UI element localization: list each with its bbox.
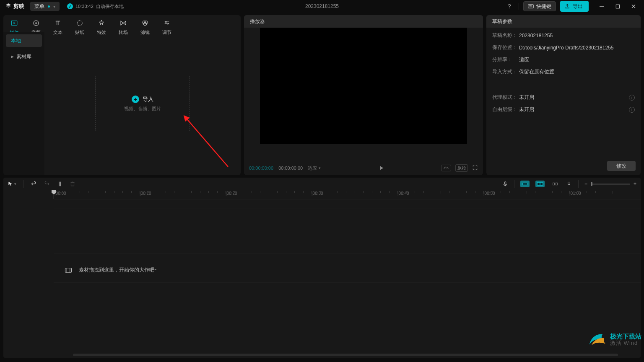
zoom-handle[interactable] [591, 182, 592, 186]
sidebar-library-label: 素材库 [16, 53, 31, 60]
shortcut-button[interactable]: 快捷键 [523, 1, 556, 11]
app-name: 剪映 [13, 3, 24, 10]
compare-icon[interactable] [441, 165, 451, 171]
play-button[interactable] [326, 165, 436, 171]
split-button[interactable] [57, 181, 63, 187]
autosave-text: 自动保存本地 [96, 3, 124, 10]
transition-icon [119, 19, 127, 27]
ruler-tick [208, 191, 209, 193]
fullscreen-icon[interactable] [472, 165, 478, 171]
ruler-mark: |00:20 [226, 191, 237, 196]
ruler-mark: |00:00 [55, 191, 66, 196]
undo-button[interactable] [30, 181, 37, 187]
zoom-track[interactable] [591, 184, 630, 185]
ratio-label: 适应 [308, 165, 317, 171]
ruler-tick [415, 191, 415, 193]
zoom-slider[interactable]: − + [584, 181, 636, 187]
timecode-current: 00:00:00:00 [249, 165, 273, 171]
time-ruler[interactable]: |00:00 |00:10 |00:20 |00:30 |00:40 |00:5… [54, 190, 641, 199]
filter-icon [141, 19, 149, 27]
modify-button[interactable]: 修改 [607, 161, 636, 171]
timeline-body[interactable]: |00:00 |00:10 |00:20 |00:30 |00:40 |00:5… [54, 190, 641, 358]
v: D:/tools/JianyingPro Drafts/202302181255 [519, 45, 613, 51]
zoom-out-icon[interactable]: − [584, 181, 587, 187]
logo-icon [5, 3, 12, 10]
title-bar: 剪映 菜单 ▾ ✓ 10:30:42 自动保存本地 202302181255 ?… [0, 0, 644, 13]
ruler-mark: |00:30 [312, 191, 323, 196]
sidebar-item-library[interactable]: ▶素材库 [6, 50, 42, 63]
track-text-toggle[interactable] [551, 181, 560, 187]
track-main-toggle[interactable] [520, 181, 530, 187]
project-name[interactable]: 202302181255 [305, 3, 339, 9]
media-drop-area[interactable]: + 导入 视频、音频、图片 [44, 32, 241, 175]
scrollbar-thumb[interactable] [73, 354, 618, 356]
selection-tool[interactable]: ▾ [8, 181, 16, 187]
ruler-tick [578, 191, 579, 193]
playhead[interactable] [54, 190, 54, 199]
ruler-mark: |00:10 [140, 191, 151, 196]
import-sub: 视频、音频、图片 [124, 106, 161, 112]
ruler-tick [286, 191, 286, 193]
ruler-tick [105, 191, 106, 193]
ruler-tick [613, 191, 613, 194]
sticker-icon [76, 19, 83, 27]
ruler-tick [303, 191, 304, 193]
ruler-tick [380, 191, 381, 193]
app-logo: 剪映 [3, 3, 27, 10]
minimize-button[interactable] [595, 2, 608, 11]
chevron-down-icon: ▾ [53, 4, 55, 9]
import-dropzone[interactable]: + 导入 视频、音频、图片 [95, 76, 190, 131]
mic-button[interactable] [502, 181, 508, 187]
ratio-select[interactable]: 适应▾ [308, 165, 321, 171]
watermark-line1: 极光下载站 [610, 333, 641, 340]
row-import: 导入方式：保留在原有位置 [492, 68, 635, 75]
svg-point-14 [167, 23, 169, 24]
ruler-tick [226, 191, 226, 194]
k: 草稿名称： [492, 32, 519, 39]
original-icon[interactable]: 原始 [455, 164, 468, 172]
v: 适应 [519, 56, 529, 63]
close-button[interactable] [627, 2, 640, 11]
svg-rect-19 [538, 183, 540, 186]
info-icon[interactable]: i [629, 95, 635, 101]
svg-rect-22 [556, 183, 557, 185]
ruler-tick [346, 191, 346, 193]
horizontal-scrollbar[interactable] [58, 354, 636, 357]
shortcut-label: 快捷键 [536, 3, 551, 10]
row-path: 保存位置：D:/tools/JianyingPro Drafts/2023021… [492, 44, 635, 51]
ruler-tick [88, 191, 88, 193]
export-button[interactable]: 导出 [560, 1, 589, 12]
menu-button[interactable]: 菜单 ▾ [30, 2, 60, 11]
sidebar-item-local[interactable]: 本地 [6, 34, 42, 47]
divider [23, 180, 23, 188]
media-panel: 媒体 音频 文本 贴纸 特效 转场 [3, 15, 241, 175]
svg-rect-5 [616, 5, 619, 8]
ruler-tick [191, 191, 192, 193]
snap-toggle[interactable] [566, 181, 572, 187]
ruler-tick [148, 191, 149, 193]
info-icon[interactable]: i [629, 107, 635, 113]
ruler-tick [329, 191, 329, 193]
ruler-tick [157, 191, 157, 193]
draft-panel: 草稿参数 草稿名称：202302181255 保存位置：D:/tools/Jia… [486, 15, 641, 175]
ruler-tick [80, 191, 80, 193]
import-label: 导入 [143, 96, 153, 103]
timeline: |00:00 |00:10 |00:20 |00:30 |00:40 |00:5… [3, 190, 641, 358]
delete-button[interactable] [70, 181, 75, 187]
ruler-tick [338, 191, 338, 193]
v: 未开启 [519, 94, 534, 101]
svg-rect-18 [522, 183, 527, 185]
ruler-tick [501, 191, 501, 193]
zoom-in-icon[interactable]: + [634, 181, 636, 187]
svg-point-8 [35, 22, 37, 24]
k: 代理模式： [492, 94, 519, 101]
maximize-button[interactable] [611, 2, 624, 11]
track-audio-toggle[interactable] [535, 181, 545, 187]
redo-button[interactable] [44, 181, 50, 187]
help-icon[interactable]: ? [504, 3, 514, 10]
ruler-tick [509, 191, 510, 193]
player-title: 播放器 [244, 15, 483, 28]
player-viewport[interactable] [260, 28, 467, 144]
ruler-tick [114, 191, 114, 193]
tracks-area[interactable]: 素材拖拽到这里，开始你的大作吧~ [54, 199, 641, 350]
